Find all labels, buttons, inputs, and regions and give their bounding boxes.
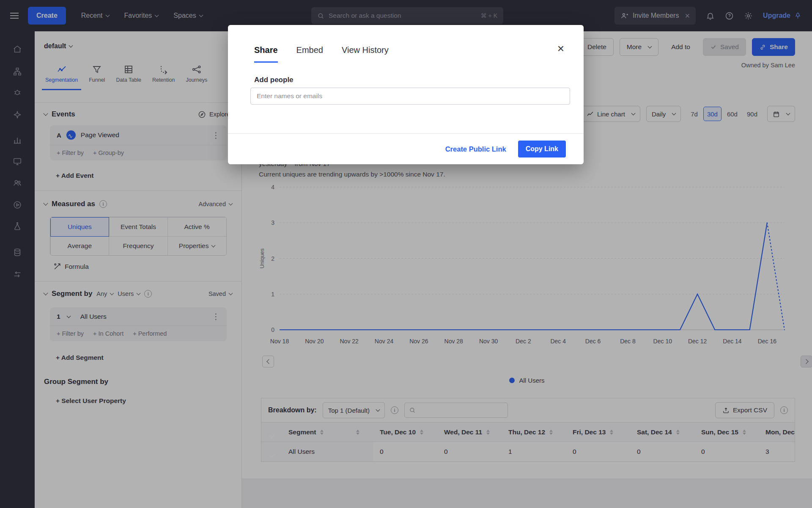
add-people-label: Add people (254, 76, 294, 84)
tab-embed[interactable]: Embed (296, 45, 323, 63)
tab-view-history[interactable]: View History (342, 45, 389, 63)
close-icon[interactable]: × (557, 43, 564, 55)
share-modal-footer: Create Public Link Copy Link (228, 133, 584, 164)
share-modal: Share Embed View History × Add people Cr… (228, 25, 584, 164)
tab-share[interactable]: Share (254, 45, 278, 63)
add-people-input[interactable] (250, 88, 570, 105)
share-modal-tabs: Share Embed View History (254, 45, 389, 63)
copy-link-button[interactable]: Copy Link (518, 141, 566, 157)
create-public-link-button[interactable]: Create Public Link (445, 145, 506, 153)
